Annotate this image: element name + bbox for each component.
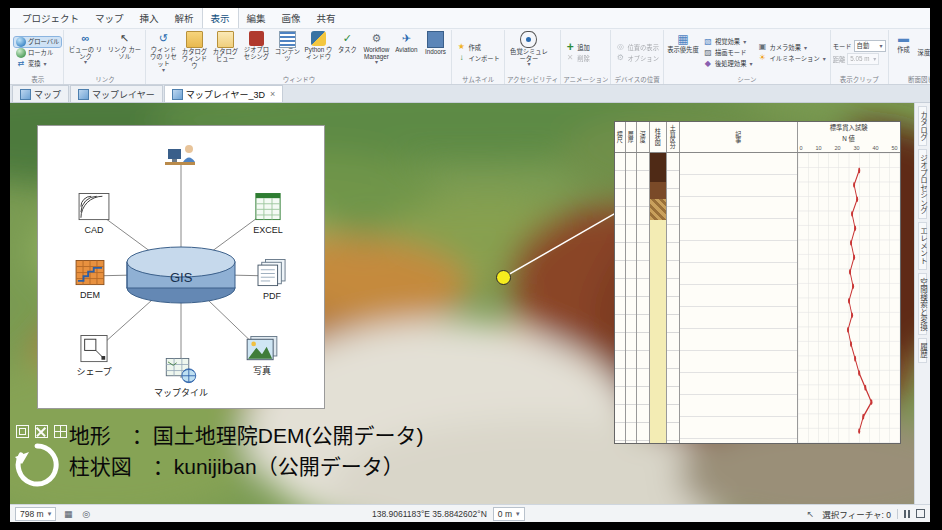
dock-tab-history[interactable]: 履歴: [918, 338, 928, 363]
tab-map[interactable]: マップ: [87, 8, 132, 28]
geoprocessing-button[interactable]: ジオプロセシング: [241, 30, 271, 75]
dock-tab-geoprocessing[interactable]: ジオプロセシング: [918, 149, 928, 219]
stop-icon[interactable]: [916, 509, 925, 518]
visual-effect-icon: [703, 37, 713, 47]
location-icon: [615, 42, 625, 52]
view-tab-map-layer-3d[interactable]: マップレイヤー_3D: [164, 85, 284, 102]
section-icon: [896, 31, 911, 46]
global-scene-button[interactable]: グローバル: [14, 37, 61, 47]
split-view-icon[interactable]: [54, 425, 67, 438]
excel-icon: [253, 193, 283, 221]
tab-view[interactable]: 表示: [202, 8, 239, 28]
close-overlay-icon[interactable]: [35, 425, 48, 438]
view-tab-bar: マップ マップレイヤー マップレイヤー_3D: [10, 85, 930, 103]
tab-project[interactable]: プロジェクト: [14, 8, 87, 28]
group-label: デバイスの位置: [613, 75, 660, 84]
workflow-manager-button[interactable]: Workflow Manager: [361, 30, 391, 75]
remove-animation-button[interactable]: 削除: [563, 53, 608, 63]
catalog-view-button[interactable]: カタログ ビュー: [210, 30, 240, 75]
diagram-node-pdf: PDF: [242, 259, 302, 302]
add-animation-button[interactable]: 追加: [563, 42, 608, 52]
dock-tab-catalog[interactable]: カタログ: [918, 106, 928, 146]
dock-tab-element[interactable]: エレメント: [918, 222, 928, 270]
post-processing-button[interactable]: 後処理効果: [701, 59, 755, 69]
clip-mode-select[interactable]: 自動: [854, 40, 886, 52]
view-tab-map-layer[interactable]: マップレイヤー: [70, 85, 163, 102]
right-dock-strip: カタログ ジオプロセシング エレメント 空間検索と変換 履歴: [914, 103, 930, 504]
local-scene-button[interactable]: ローカル: [14, 48, 61, 58]
globe-icon: [16, 37, 26, 47]
ribbon-group-link: ビューの リンク リンク カーソル リンク: [64, 30, 146, 84]
indoors-button[interactable]: Indoors: [421, 30, 449, 75]
eye-icon: [520, 31, 537, 48]
shapefile-icon: [79, 335, 109, 363]
elevation-display[interactable]: 0 m: [493, 507, 525, 521]
tab-imagery[interactable]: 画像: [274, 8, 309, 28]
catalog-pane-button[interactable]: カタログ ウィンドウ: [179, 30, 209, 75]
stratigraphy-column: [650, 153, 667, 443]
plus-icon: [565, 42, 575, 52]
remarks-column: [680, 153, 798, 443]
draw-mode-button[interactable]: 描画モード: [701, 48, 755, 58]
gear-icon: [615, 53, 625, 63]
tab-insert[interactable]: 挿入: [132, 8, 167, 28]
scale-selector[interactable]: 798 m: [15, 507, 56, 521]
task-check-icon: [340, 31, 355, 46]
import-thumbnail-button[interactable]: インポート: [454, 53, 501, 63]
reset-panes-button[interactable]: ウィンドウの リセット: [148, 30, 178, 75]
tab-share[interactable]: 共有: [309, 8, 344, 28]
convert-button[interactable]: 変換: [14, 59, 61, 69]
caption-borelog: 柱状図 ：kunijiban（公開データ）: [69, 451, 424, 483]
locate-icon[interactable]: [80, 508, 92, 520]
column-header: 深度: [637, 122, 650, 152]
display-priority-button[interactable]: 表示優先度: [666, 30, 700, 75]
caption-terrain: 地形 ：国土地理院DEM(公開データ): [69, 420, 424, 452]
link-cursor-button[interactable]: リンク カーソル: [105, 30, 143, 75]
reset-icon: [156, 31, 171, 46]
ribbon-group-scene: 表示優先度 視覚効果 描画モード 後処理効果 カメラ効果 イルミネーション シー…: [664, 30, 831, 84]
pause-icon[interactable]: [904, 510, 910, 518]
link-views-button[interactable]: ビューの リンク: [66, 30, 104, 75]
show-location-button[interactable]: 位置の表示: [613, 42, 660, 52]
snapping-icon[interactable]: [62, 508, 74, 520]
tab-edit[interactable]: 編集: [239, 8, 274, 28]
borehole-log-header: 標尺 層厚 深度 柱状図 土質区分 記事 標準貫入試験 N 値 010 2030…: [615, 122, 900, 153]
map-caption: 地形 ：国土地理院DEM(公開データ) 柱状図 ：kunijiban（公開データ…: [69, 420, 424, 483]
view-tab-map[interactable]: マップ: [12, 85, 69, 102]
restore-view-icon[interactable]: [16, 425, 29, 438]
app-window: プロジェクト マップ 挿入 解析 表示 編集 画像 共有 グローバル ローカル …: [10, 8, 930, 522]
visual-effects-button[interactable]: 視覚効果: [701, 37, 755, 47]
coordinates-display[interactable]: 138.9061183°E 35.8842602°N: [372, 509, 487, 519]
column-header: 記事: [680, 122, 798, 152]
tab-analysis[interactable]: 解析: [167, 8, 202, 28]
contents-button[interactable]: コンテンツ: [272, 30, 302, 75]
color-vision-simulator-button[interactable]: 色覚シミュレーター: [507, 30, 551, 75]
create-section-button[interactable]: 作成: [891, 30, 917, 75]
building-icon: [427, 31, 444, 48]
delete-icon: [565, 53, 575, 63]
gis-diagram-panel: GIS: [37, 125, 325, 409]
close-tab-icon[interactable]: [268, 89, 275, 99]
map-tile-icon: [163, 358, 199, 384]
diagram-node-user: [151, 141, 211, 179]
dock-tab-locate[interactable]: 空間検索と変換: [918, 273, 928, 336]
airplane-icon: [399, 31, 414, 46]
cursor-icon: [117, 31, 132, 46]
python-window-button[interactable]: Python ウィンドウ: [303, 30, 333, 75]
pdf-icon: [256, 259, 288, 287]
diagram-node-photo: 写真: [232, 336, 292, 377]
tasks-button[interactable]: タスク: [334, 30, 360, 75]
contents-icon: [279, 31, 296, 48]
column-header: 柱状図: [650, 122, 667, 152]
clip-mode-label: モード: [833, 42, 852, 51]
location-options-button[interactable]: オプション: [613, 53, 660, 63]
convert-icon: [16, 59, 26, 69]
diagram-node-cad: CAD: [64, 193, 124, 236]
map-viewport[interactable]: GIS: [10, 103, 914, 504]
ribbon: グローバル ローカル 変換 表示 ビューの リンク リンク カーソル リンク ウ…: [10, 29, 930, 85]
illumination-button[interactable]: イルミネーション: [755, 53, 827, 63]
clip-distance-input[interactable]: 5.05 m: [847, 53, 879, 65]
aviation-button[interactable]: Aviation: [392, 30, 420, 75]
create-thumbnail-button[interactable]: 作成: [454, 42, 501, 52]
camera-effects-button[interactable]: カメラ効果: [755, 42, 827, 52]
